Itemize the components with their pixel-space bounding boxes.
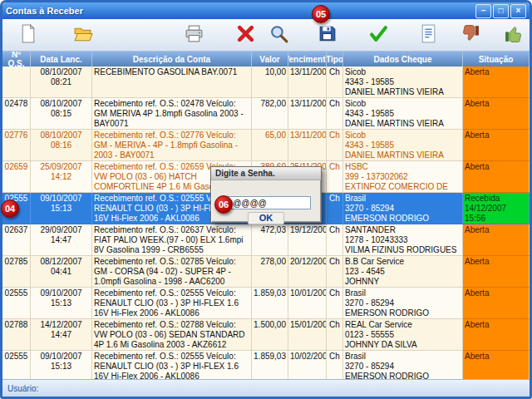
cell-valor: 10,00 [252, 66, 288, 98]
cell-cheque: HSBC 399 - 137302062 EXTINFOZ COMERCIO D… [343, 161, 463, 193]
cell-cheque: B.B Car Service 123 - 4545 JOHNNY [343, 256, 463, 288]
approve-button[interactable] [501, 23, 526, 47]
cell-cheque: Brasil 3270 - 85294 EMERSON RODRIGO ROMA… [343, 288, 463, 319]
cell-os: 02478 [2, 98, 31, 130]
reject-button[interactable] [457, 23, 482, 47]
table-row[interactable]: 02788 14/12/2007 14:47 Recebimento ref. … [2, 319, 530, 351]
new-button[interactable] [15, 23, 40, 47]
minimize-button[interactable]: – [475, 4, 491, 18]
cell-sit: Aberta [463, 351, 530, 379]
cell-tipo: Ch [327, 319, 343, 351]
cell-data: 09/10/2007 15:13 [31, 193, 92, 224]
table-row[interactable]: 02478 08/10/2007 08:15 Recebimento ref. … [2, 98, 530, 130]
open-button[interactable] [70, 23, 95, 47]
column-header-tipo[interactable]: Tipo [327, 52, 343, 66]
cell-sit: Aberta [463, 224, 530, 256]
cell-venc: 13/11/2007 [288, 66, 327, 98]
cell-data: 09/10/2007 15:13 [31, 351, 92, 379]
report-button[interactable] [416, 23, 441, 47]
table-row[interactable]: 02555 09/10/2007 15:13 Recebimento ref. … [2, 288, 530, 319]
cell-sit: Aberta [463, 256, 530, 288]
column-header-data-lanc[interactable]: Data Lanc. [31, 52, 92, 66]
save-button[interactable] [314, 23, 339, 47]
column-header-vencimento[interactable]: Vencimento [288, 52, 327, 66]
cell-desc: Recebimento ref. O.S.: 02785 Veículo: GM… [92, 256, 252, 288]
table-header: Nº O.S. Data Lanc. Descrição da Conta Va… [2, 52, 530, 66]
password-dialog: Digite a Senha. OK [210, 166, 322, 223]
cell-cheque: Brasil 3270 - 85294 EMERSON RODRIGO ROMA… [343, 193, 463, 224]
cell-os: 02637 [2, 224, 31, 256]
confirm-button[interactable] [366, 23, 391, 47]
window-controls: – □ × [475, 4, 526, 18]
close-button[interactable]: × [510, 4, 526, 18]
cell-data: 09/10/2007 15:13 [31, 288, 92, 319]
cell-sit: Aberta [463, 98, 530, 130]
cell-tipo: Ch [327, 351, 343, 379]
save-icon [317, 23, 337, 47]
toolbar [2, 19, 530, 52]
cell-data: 29/09/2007 14:47 [31, 224, 92, 256]
cell-tipo: Ch [327, 193, 343, 224]
cell-venc: 13/11/2007 [288, 130, 327, 161]
password-input[interactable] [221, 196, 311, 209]
cell-sit: Aberta [463, 288, 530, 319]
ok-button[interactable]: OK [248, 212, 284, 224]
table-row[interactable]: 08/10/2007 08:21 RECEBIMENTO GASOLINA BA… [2, 66, 530, 98]
cell-venc: 13/11/2007 [288, 98, 327, 130]
cell-desc: Recebimento ref. O.S.: 02555 Veículo: RE… [92, 288, 252, 319]
column-header-descricao[interactable]: Descrição da Conta [92, 52, 252, 66]
statusbar-user-label: Usuário: [7, 384, 38, 393]
column-header-cheque[interactable]: Dados Cheque [343, 52, 463, 66]
cell-cheque: Sicob 4343 - 19585 DANIEL MARTINS VIEIRA [343, 130, 463, 161]
cell-valor: 1.500,00 [252, 319, 288, 351]
cell-desc: Recebimento ref. O.S.: 02788 Veículo: VW… [92, 319, 252, 351]
cell-valor: 782,00 [252, 98, 288, 130]
delete-button[interactable] [233, 23, 258, 47]
column-header-os[interactable]: Nº O.S. [2, 52, 31, 66]
report-icon [418, 23, 439, 47]
table-row[interactable]: 02776 08/10/2007 08:16 Recebimento ref. … [2, 130, 530, 161]
cell-tipo: Ch [327, 224, 343, 256]
cell-cheque: Sicob 4343 - 19585 DANIEL MARTINS VIEIRA [343, 66, 463, 98]
print-button[interactable] [181, 23, 206, 47]
search-icon [268, 23, 289, 47]
cell-data: 25/09/2007 14:12 [31, 161, 92, 193]
cell-venc: 19/12/2007 [288, 224, 327, 256]
callout-badge-05: 05 [312, 5, 330, 23]
cell-desc: RECEBIMENTO GASOLINA BAY.0071 [92, 66, 252, 98]
cell-desc: Recebimento ref. O.S.: 02555 Veículo: RE… [92, 351, 252, 379]
check-icon [368, 23, 389, 47]
table-row[interactable]: 02637 29/09/2007 14:47 Recebimento ref. … [2, 224, 530, 256]
cell-valor: 1.859,03 [252, 351, 288, 379]
cell-valor: 65,00 [252, 130, 288, 161]
new-document-icon [17, 23, 38, 47]
table-row[interactable]: 02785 08/12/2007 04:41 Recebimento ref. … [2, 256, 530, 288]
statusbar: Usuário: [2, 379, 530, 397]
titlebar: Contas à Receber – □ × [2, 2, 530, 19]
cell-tipo: Ch [327, 161, 343, 193]
column-header-situacao[interactable]: Situação [463, 52, 530, 66]
cell-venc: 10/02/2008 [288, 351, 327, 379]
cell-cheque: SANTANDER 1278 - 10243333 VILMA FIZINUS … [343, 224, 463, 256]
cell-sit: Recebida 14/12/2007 15:56 [463, 193, 530, 224]
cell-valor: 278,00 [252, 256, 288, 288]
cell-tipo: Ch [327, 130, 343, 161]
cell-data: 14/12/2007 14:47 [31, 319, 92, 351]
cell-desc: Recebimento ref. O.S.: 02776 Veículo: GM… [92, 130, 252, 161]
callout-badge-04: 04 [1, 200, 19, 218]
cell-data: 08/10/2007 08:16 [31, 130, 92, 161]
search-button[interactable] [266, 23, 291, 47]
cell-os: 02555 [2, 351, 31, 379]
cell-tipo: Ch [327, 288, 343, 319]
maximize-button[interactable]: □ [493, 4, 509, 18]
column-header-valor[interactable]: Valor [252, 52, 288, 66]
cell-tipo: Ch [327, 66, 343, 98]
cell-venc: 15/01/2008 [288, 319, 327, 351]
cell-valor: 472,03 [252, 224, 288, 256]
window-title: Contas à Receber [6, 6, 475, 16]
table-row[interactable]: 02555 09/10/2007 15:13 Recebimento ref. … [2, 351, 530, 379]
cell-desc: Recebimento ref. O.S.: 02478 Veículo: GM… [92, 98, 252, 130]
delete-x-icon [235, 23, 256, 47]
cell-sit: Aberta [463, 66, 530, 98]
open-folder-icon [72, 23, 93, 47]
